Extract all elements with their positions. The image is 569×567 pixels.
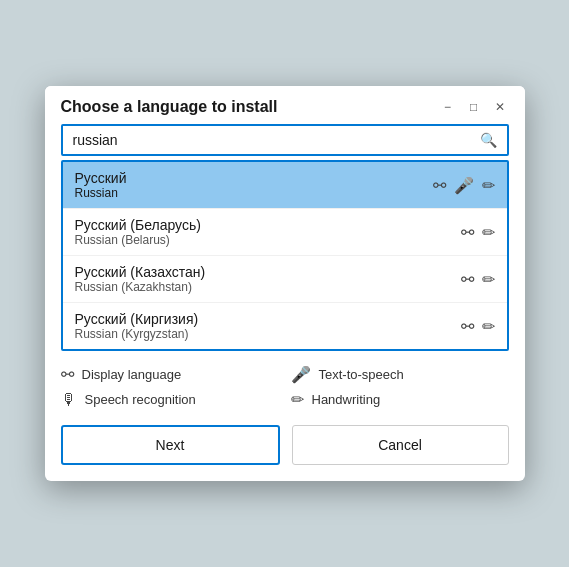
feature-display-language: ⚯ Display language [61,365,279,384]
list-item[interactable]: Русский Russian ⚯ 🎤 ✏ [63,162,507,209]
dialog-title: Choose a language to install [61,98,278,116]
dialog-actions: Next Cancel [61,425,509,465]
lang-name: Русский [75,170,433,186]
edit-icon: ✏ [482,270,495,289]
tts-feature-icon: 🎤 [291,365,311,384]
lang-icons: ⚯ 🎤 ✏ [433,176,495,195]
lang-name: Русский (Киргизия) [75,311,461,327]
features-grid: ⚯ Display language 🎤 Text-to-speech 🎙 Sp… [61,365,509,409]
maximize-button[interactable]: □ [465,98,483,116]
dialog-body: 🔍 Русский Russian ⚯ 🎤 ✏ Русский (Беларус… [45,124,525,481]
feature-handwriting: ✏ Handwriting [291,390,509,409]
dialog-titlebar: Choose a language to install − □ ✕ [45,86,525,124]
feature-speech-label: Speech recognition [85,392,196,407]
dialog: Choose a language to install − □ ✕ 🔍 Рус… [45,86,525,481]
tts-icon: 🎤 [454,176,474,195]
speech-rec-feature-icon: 🎙 [61,391,77,409]
lang-icons: ⚯ ✏ [461,270,495,289]
lang-icons: ⚯ ✏ [461,223,495,242]
feature-speech-recognition: 🎙 Speech recognition [61,390,279,409]
lang-name: Русский (Беларусь) [75,217,461,233]
feature-tts-label: Text-to-speech [319,367,404,382]
language-list: Русский Russian ⚯ 🎤 ✏ Русский (Беларусь)… [61,160,509,351]
edit-icon: ✏ [482,176,495,195]
list-item[interactable]: Русский (Беларусь) Russian (Belarus) ⚯ ✏ [63,209,507,256]
feature-tts: 🎤 Text-to-speech [291,365,509,384]
cancel-button[interactable]: Cancel [292,425,509,465]
next-button[interactable]: Next [61,425,280,465]
list-item[interactable]: Русский (Киргизия) Russian (Kyrgyzstan) … [63,303,507,349]
titlebar-controls: − □ ✕ [439,98,509,116]
minimize-button[interactable]: − [439,98,457,116]
search-box: 🔍 [61,124,509,156]
search-input[interactable] [73,132,480,148]
feature-handwriting-label: Handwriting [312,392,381,407]
close-button[interactable]: ✕ [491,98,509,116]
handwriting-feature-icon: ✏ [291,390,304,409]
lang-name: Русский (Казахстан) [75,264,461,280]
display-lang-icon: ⚯ [461,270,474,289]
lang-subname: Russian [75,186,433,200]
lang-subname: Russian (Kazakhstan) [75,280,461,294]
edit-icon: ✏ [482,223,495,242]
lang-icons: ⚯ ✏ [461,317,495,336]
display-lang-icon: ⚯ [433,176,446,195]
display-lang-feature-icon: ⚯ [61,365,74,384]
search-icon: 🔍 [480,132,497,148]
list-item[interactable]: Русский (Казахстан) Russian (Kazakhstan)… [63,256,507,303]
display-lang-icon: ⚯ [461,317,474,336]
edit-icon: ✏ [482,317,495,336]
feature-display-language-label: Display language [82,367,182,382]
display-lang-icon: ⚯ [461,223,474,242]
lang-subname: Russian (Kyrgyzstan) [75,327,461,341]
lang-subname: Russian (Belarus) [75,233,461,247]
